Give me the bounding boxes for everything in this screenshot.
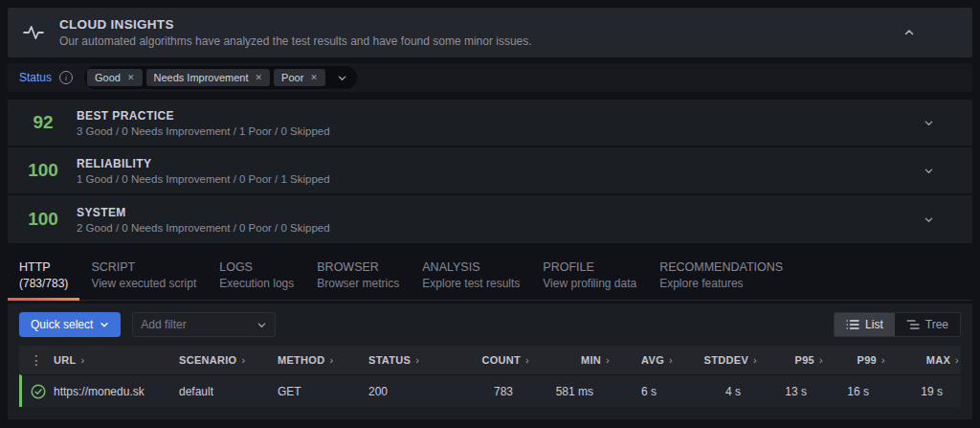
column-header-method[interactable]: METHOD › xyxy=(278,354,368,366)
cell-count: 783 xyxy=(462,385,531,398)
insight-row-reliability[interactable]: 100 RELIABILITY 1 Good / 0 Needs Improve… xyxy=(8,147,972,195)
quick-select-button[interactable]: Quick select xyxy=(19,312,121,337)
table-row[interactable]: https://monedu.sk default GET 200 783 58… xyxy=(19,374,961,407)
sort-icon: › xyxy=(606,354,610,366)
page-subtitle: Our automated algorithms have analyzed t… xyxy=(59,34,532,48)
tab-sublabel: Browser metrics xyxy=(317,277,399,290)
chevron-down-icon xyxy=(256,320,267,330)
tab-browser[interactable]: BROWSER Browser metrics xyxy=(305,255,411,300)
column-label: AVG xyxy=(641,354,664,366)
insight-title: BEST PRACTICE xyxy=(77,109,330,123)
close-icon[interactable]: ✕ xyxy=(310,73,318,82)
info-icon[interactable]: i xyxy=(59,71,73,84)
tag-label: Good xyxy=(95,72,121,83)
column-label: URL xyxy=(54,354,77,366)
tab-label: SCRIPT xyxy=(91,260,196,274)
column-header-count[interactable]: COUNT › xyxy=(462,354,531,366)
tab-http[interactable]: HTTP (783/783) xyxy=(8,255,79,300)
status-ok-icon xyxy=(22,384,54,399)
tab-label: BROWSER xyxy=(317,260,399,274)
chevron-up-icon[interactable] xyxy=(903,27,915,38)
insight-categories: 92 BEST PRACTICE 3 Good / 0 Needs Improv… xyxy=(8,100,972,243)
tab-recommendations[interactable]: RECOMMENDATIONS Explore features xyxy=(648,255,794,300)
tab-sublabel: View executed script xyxy=(91,277,196,290)
column-label: SCENARIO xyxy=(179,354,236,366)
tree-icon xyxy=(906,319,920,330)
add-filter-select[interactable]: Add filter xyxy=(132,312,276,337)
column-header-status[interactable]: STATUS › xyxy=(368,354,462,366)
tab-sublabel: View profiling data xyxy=(543,277,636,290)
table-header: ⋮ URL › SCENARIO › METHOD › STATUS › COU… xyxy=(19,346,961,374)
column-label: STATUS xyxy=(368,354,411,366)
tab-label: HTTP xyxy=(19,260,68,274)
tab-sublabel: Explore test results xyxy=(422,277,520,290)
chevron-down-icon[interactable] xyxy=(337,73,347,83)
view-toggle-list[interactable]: List xyxy=(835,313,895,336)
column-header-url[interactable]: URL › xyxy=(54,354,179,366)
chevron-down-icon[interactable] xyxy=(924,166,934,176)
close-icon[interactable]: ✕ xyxy=(127,73,135,82)
score-value: 100 xyxy=(23,160,63,181)
column-header-stddev[interactable]: STDDEV › xyxy=(675,354,759,366)
close-icon[interactable]: ✕ xyxy=(256,73,263,82)
tab-profile[interactable]: PROFILE View profiling data xyxy=(531,255,648,300)
status-tag-needs-improvement[interactable]: Needs Improvement ✕ xyxy=(146,69,271,86)
insight-row-system[interactable]: 100 SYSTEM 2 Good / 0 Needs Improvement … xyxy=(8,195,972,243)
sort-icon: › xyxy=(669,354,673,366)
chevron-down-icon[interactable] xyxy=(924,214,934,225)
chevron-down-icon xyxy=(100,320,109,329)
insight-summary: 1 Good / 0 Needs Improvement / 0 Poor / … xyxy=(77,173,330,185)
column-header-max[interactable]: MAX › xyxy=(887,354,961,366)
column-header-avg[interactable]: AVG › xyxy=(612,354,675,366)
sort-icon: › xyxy=(241,354,245,366)
sort-icon: › xyxy=(329,354,333,366)
tab-sublabel: Execution logs xyxy=(219,277,294,290)
cell-min: 581 ms xyxy=(531,385,612,398)
column-header-p99[interactable]: P99 › xyxy=(825,354,887,366)
cell-url[interactable]: https://monedu.sk xyxy=(54,385,179,398)
insight-text: RELIABILITY 1 Good / 0 Needs Improvement… xyxy=(77,157,330,185)
pulse-activity-icon xyxy=(23,22,44,43)
view-toggle: List Tree xyxy=(834,312,961,337)
status-filter-label: Status xyxy=(19,71,52,84)
kebab-menu-icon[interactable]: ⋮ xyxy=(19,352,54,368)
cell-stddev: 4 s xyxy=(675,385,759,398)
sort-icon: › xyxy=(81,354,85,366)
column-label: MAX xyxy=(926,354,950,366)
quick-select-label: Quick select xyxy=(31,318,93,331)
column-label: STDDEV xyxy=(704,354,748,366)
column-header-p95[interactable]: P95 › xyxy=(759,354,825,366)
add-filter-placeholder: Add filter xyxy=(141,318,186,331)
tab-label: ANALYSIS xyxy=(422,260,520,274)
http-results-panel: Quick select Add filter List xyxy=(8,304,972,419)
insight-row-best-practice[interactable]: 92 BEST PRACTICE 3 Good / 0 Needs Improv… xyxy=(8,100,972,147)
sort-icon: › xyxy=(415,354,419,366)
view-toggle-tree-label: Tree xyxy=(925,318,948,331)
status-filter-bar: Status i Good ✕ Needs Improvement ✕ Poor… xyxy=(8,63,972,92)
insight-text: SYSTEM 2 Good / 0 Needs Improvement / 0 … xyxy=(77,206,330,234)
cell-max: 19 s xyxy=(887,385,961,398)
cell-p99: 16 s xyxy=(825,385,887,398)
column-label: COUNT xyxy=(481,354,521,366)
cell-status: 200 xyxy=(368,385,462,398)
chevron-down-icon[interactable] xyxy=(924,118,934,128)
sort-icon: › xyxy=(753,354,757,366)
column-header-min[interactable]: MIN › xyxy=(531,354,612,366)
cell-method: GET xyxy=(278,385,368,398)
status-multiselect[interactable]: Good ✕ Needs Improvement ✕ Poor ✕ xyxy=(84,66,357,89)
tab-script[interactable]: SCRIPT View executed script xyxy=(79,255,208,300)
view-toggle-list-label: List xyxy=(865,318,883,331)
list-icon xyxy=(846,319,859,330)
sort-icon: › xyxy=(955,354,959,366)
tab-logs[interactable]: LOGS Execution logs xyxy=(208,255,305,300)
status-tag-good[interactable]: Good ✕ xyxy=(87,69,142,86)
tab-label: RECOMMENDATIONS xyxy=(659,260,783,274)
tab-sublabel: (783/783) xyxy=(19,277,68,290)
column-label: P95 xyxy=(795,354,814,366)
table-toolbar: Quick select Add filter List xyxy=(8,304,972,346)
tab-analysis[interactable]: ANALYSIS Explore test results xyxy=(411,255,531,300)
column-header-scenario[interactable]: SCENARIO › xyxy=(179,354,278,366)
header-text: CLOUD INSIGHTS Our automated algorithms … xyxy=(59,17,532,48)
status-tag-poor[interactable]: Poor ✕ xyxy=(274,69,325,86)
view-toggle-tree[interactable]: Tree xyxy=(895,313,960,336)
